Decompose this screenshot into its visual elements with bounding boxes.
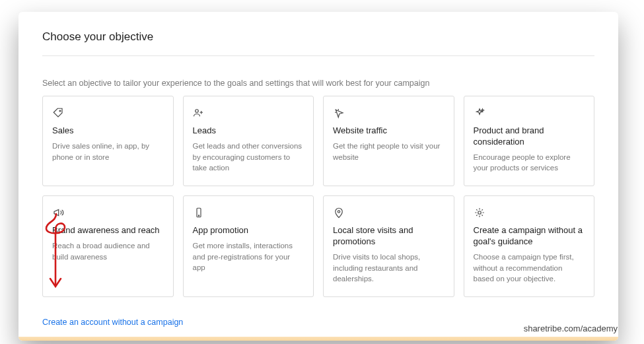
- objective-grid: Sales Drive sales online, in app, by pho…: [18, 96, 618, 297]
- card-sales[interactable]: Sales Drive sales online, in app, by pho…: [42, 96, 174, 186]
- card-desc: Reach a broad audience and build awarene…: [52, 240, 164, 262]
- svg-point-4: [338, 211, 340, 213]
- svg-point-5: [478, 211, 481, 215]
- card-title: Brand awareness and reach: [52, 225, 164, 236]
- card-no-goal[interactable]: Create a campaign without a goal's guida…: [464, 195, 595, 297]
- watermark-text: sharetribe.com/academy: [524, 324, 618, 333]
- cursor-icon: [333, 106, 445, 120]
- card-title: Create a campaign without a goal's guida…: [474, 225, 585, 248]
- card-app-promotion[interactable]: App promotion Get more installs, interac…: [183, 195, 314, 297]
- page-title: Choose your objective: [42, 30, 594, 44]
- card-title: Leads: [193, 125, 304, 137]
- card-brand-awareness[interactable]: Brand awareness and reach Reach a broad …: [42, 195, 174, 297]
- objective-panel: Choose your objective Select an objectiv…: [18, 12, 618, 341]
- svg-point-3: [198, 215, 199, 216]
- bottom-accent-bar: [18, 337, 618, 341]
- create-account-link[interactable]: Create an account without a campaign: [42, 318, 183, 327]
- card-desc: Drive sales online, in app, by phone or …: [52, 141, 164, 162]
- card-title: Website traffic: [333, 125, 445, 137]
- card-desc: Get the right people to visit your websi…: [333, 141, 445, 162]
- gear-icon: [474, 205, 585, 220]
- leads-icon: [193, 106, 304, 120]
- card-desc: Encourage people to explore your product…: [474, 152, 585, 174]
- card-title: App promotion: [193, 225, 304, 236]
- svg-point-1: [195, 110, 198, 113]
- phone-icon: [193, 205, 304, 220]
- pin-icon: [333, 205, 445, 220]
- tag-icon: [52, 106, 164, 120]
- card-title: Sales: [52, 125, 164, 137]
- card-title: Product and brand consideration: [474, 125, 585, 148]
- card-desc: Get more installs, interactions and pre-…: [193, 240, 304, 273]
- divider: [42, 55, 594, 56]
- svg-point-0: [59, 110, 61, 112]
- card-desc: Get leads and other conversions by encou…: [193, 141, 304, 174]
- card-leads[interactable]: Leads Get leads and other conversions by…: [183, 96, 314, 186]
- card-desc: Choose a campaign type first, without a …: [474, 252, 585, 285]
- sparkle-icon: [474, 106, 585, 120]
- megaphone-icon: [52, 205, 164, 220]
- page-subtitle: Select an objective to tailor your exper…: [18, 68, 618, 96]
- card-title: Local store visits and promotions: [333, 225, 445, 248]
- card-local-store[interactable]: Local store visits and promotions Drive …: [323, 195, 454, 297]
- card-website-traffic[interactable]: Website traffic Get the right people to …: [323, 96, 454, 186]
- card-brand-consideration[interactable]: Product and brand consideration Encourag…: [464, 96, 595, 186]
- card-desc: Drive visits to local shops, including r…: [333, 252, 445, 285]
